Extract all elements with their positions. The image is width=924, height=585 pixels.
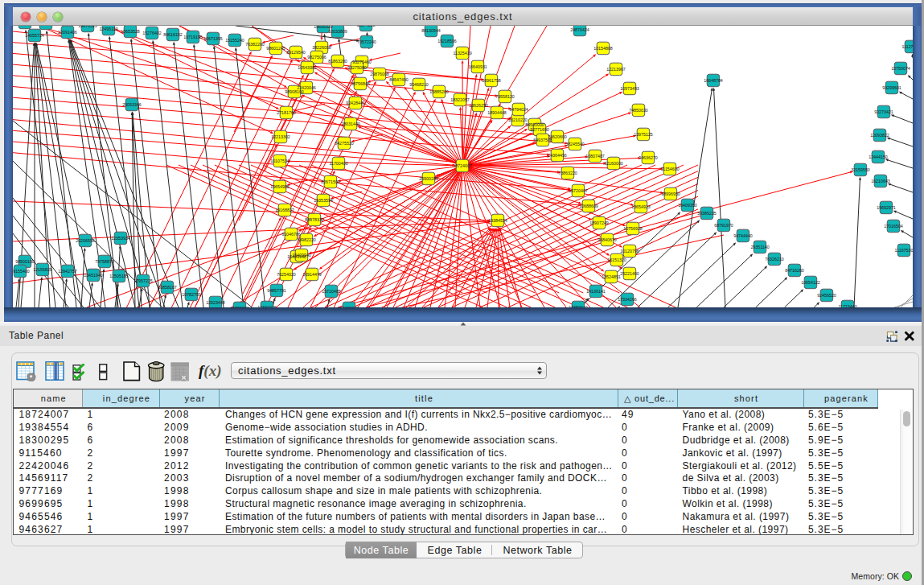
svg-text:12923448: 12923448 xyxy=(206,300,225,305)
svg-text:12444150: 12444150 xyxy=(869,154,888,159)
svg-text:12942757: 12942757 xyxy=(58,269,77,274)
svg-text:12353934: 12353934 xyxy=(111,236,130,241)
svg-text:61046786: 61046786 xyxy=(281,232,301,237)
svg-text:12156829: 12156829 xyxy=(33,267,52,272)
svg-text:16914479: 16914479 xyxy=(302,272,322,277)
svg-text:13975125: 13975125 xyxy=(634,132,653,137)
svg-text:11700400: 11700400 xyxy=(329,161,347,166)
svg-text:22091406: 22091406 xyxy=(58,30,77,35)
svg-text:13524851: 13524851 xyxy=(602,274,621,279)
svg-text:29876008: 29876008 xyxy=(370,72,389,76)
svg-text:28031440: 28031440 xyxy=(341,122,360,126)
svg-text:11274502: 11274502 xyxy=(356,26,375,27)
svg-text:92273421: 92273421 xyxy=(874,109,893,114)
svg-text:82671500: 82671500 xyxy=(321,179,340,184)
svg-text:95468210: 95468210 xyxy=(409,82,429,87)
svg-text:12495110: 12495110 xyxy=(99,27,117,31)
svg-text:19218506: 19218506 xyxy=(437,39,457,43)
svg-text:11167530: 11167530 xyxy=(895,248,913,253)
svg-text:29351140: 29351140 xyxy=(750,245,769,249)
svg-text:76382200: 76382200 xyxy=(245,42,265,47)
svg-text:16151320: 16151320 xyxy=(607,257,626,262)
svg-text:15750074: 15750074 xyxy=(891,66,910,71)
svg-text:20206556: 20206556 xyxy=(76,238,95,243)
svg-text:76326210: 76326210 xyxy=(765,257,784,262)
svg-text:16961758: 16961758 xyxy=(482,78,501,83)
svg-text:10653528: 10653528 xyxy=(121,29,140,34)
svg-text:94744440: 94744440 xyxy=(733,233,753,238)
svg-text:27181760: 27181760 xyxy=(277,110,296,115)
svg-text:98275006: 98275006 xyxy=(307,55,326,60)
svg-text:12093822: 12093822 xyxy=(870,133,889,138)
svg-text:19476523: 19476523 xyxy=(78,26,97,28)
svg-text:15692971: 15692971 xyxy=(877,205,896,210)
svg-text:10858107: 10858107 xyxy=(158,285,177,290)
svg-text:11325419: 11325419 xyxy=(453,51,471,56)
svg-text:88130544: 88130544 xyxy=(421,28,441,33)
svg-text:74850030: 74850030 xyxy=(629,108,648,113)
svg-text:81863280: 81863280 xyxy=(328,59,347,64)
svg-text:10782759: 10782759 xyxy=(182,292,201,297)
svg-text:29053346: 29053346 xyxy=(122,102,142,107)
svg-text:79758870: 79758870 xyxy=(95,259,114,264)
svg-text:16640931: 16640931 xyxy=(468,64,487,69)
svg-text:10807487: 10807487 xyxy=(585,154,605,159)
svg-text:13626250: 13626250 xyxy=(469,103,488,108)
svg-text:98908100: 98908100 xyxy=(285,89,304,94)
svg-text:24870424: 24870424 xyxy=(570,27,589,32)
svg-text:25900285: 25900285 xyxy=(419,176,438,181)
svg-text:59389235: 59389235 xyxy=(697,211,717,216)
svg-text:19384554: 19384554 xyxy=(488,218,507,223)
svg-text:15710485: 15710485 xyxy=(322,289,341,294)
svg-text:17016504: 17016504 xyxy=(884,224,903,229)
svg-text:98996950: 98996950 xyxy=(661,192,680,196)
svg-text:99155400: 99155400 xyxy=(13,269,30,274)
svg-text:38756845: 38756845 xyxy=(351,81,370,86)
svg-text:96840670: 96840670 xyxy=(598,237,617,242)
svg-text:88878332: 88878332 xyxy=(305,217,324,222)
svg-text:18907249: 18907249 xyxy=(589,220,609,225)
svg-text:14055724: 14055724 xyxy=(25,33,44,38)
svg-text:19353594: 19353594 xyxy=(314,198,333,203)
svg-text:16409350: 16409350 xyxy=(678,203,697,208)
svg-text:25221400: 25221400 xyxy=(620,271,639,276)
svg-text:17957225: 17957225 xyxy=(133,278,153,283)
svg-text:93299601: 93299601 xyxy=(882,85,901,90)
svg-text:94794024: 94794024 xyxy=(509,107,528,112)
svg-text:10671395: 10671395 xyxy=(203,36,223,41)
svg-text:34982220: 34982220 xyxy=(297,237,316,242)
svg-text:38245540: 38245540 xyxy=(565,142,585,146)
svg-text:76254020: 76254020 xyxy=(277,272,296,277)
svg-text:79558120: 79558120 xyxy=(495,94,515,99)
svg-text:10973493: 10973493 xyxy=(620,86,639,91)
svg-text:10756928: 10756928 xyxy=(623,226,643,231)
svg-text:89129540: 89129540 xyxy=(286,50,306,55)
svg-text:84275520: 84275520 xyxy=(335,141,354,146)
svg-text:13451940: 13451940 xyxy=(84,273,103,278)
svg-text:98500100: 98500100 xyxy=(15,259,35,264)
svg-text:24364456: 24364456 xyxy=(548,153,567,158)
svg-text:93275080: 93275080 xyxy=(347,65,367,70)
svg-text:68791970: 68791970 xyxy=(714,223,733,228)
svg-text:84547490: 84547490 xyxy=(389,77,409,82)
svg-text:84716260: 84716260 xyxy=(785,268,804,273)
svg-text:74620600: 74620600 xyxy=(548,134,567,139)
svg-text:93275460: 93275460 xyxy=(352,60,372,64)
svg-text:18322057: 18322057 xyxy=(450,97,470,102)
svg-text:10543382: 10543382 xyxy=(298,65,317,70)
svg-text:92456520: 92456520 xyxy=(817,293,836,298)
svg-text:18904448: 18904448 xyxy=(487,110,507,115)
svg-text:84616102: 84616102 xyxy=(163,32,183,37)
svg-text:12213967: 12213967 xyxy=(606,67,626,72)
svg-text:10107534: 10107534 xyxy=(270,159,290,163)
svg-text:73863220: 73863220 xyxy=(558,171,577,175)
svg-text:10719195: 10719195 xyxy=(183,35,203,39)
svg-text:94857791: 94857791 xyxy=(267,288,286,293)
svg-text:15720407: 15720407 xyxy=(569,188,588,193)
svg-text:15885200: 15885200 xyxy=(429,89,449,94)
svg-text:13654923: 13654923 xyxy=(631,204,651,209)
svg-text:91154600: 91154600 xyxy=(660,167,679,171)
svg-text:16648784: 16648784 xyxy=(704,78,723,83)
svg-text:73572240: 73572240 xyxy=(357,39,376,44)
svg-text:10654122: 10654122 xyxy=(801,280,820,285)
